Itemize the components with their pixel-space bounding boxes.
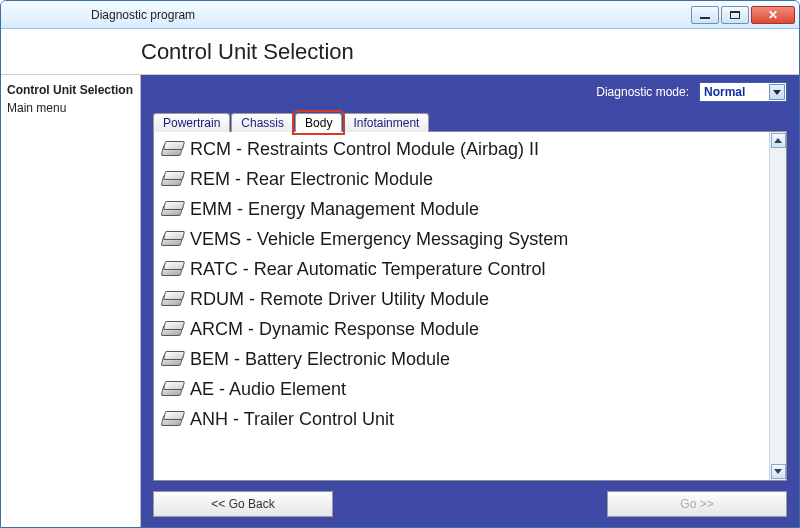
diagnostic-mode-value: Normal	[704, 85, 745, 99]
module-icon	[160, 261, 182, 277]
maximize-button[interactable]	[721, 6, 749, 24]
window-title: Diagnostic program	[1, 8, 195, 22]
diagnostic-mode-label: Diagnostic mode:	[596, 85, 689, 99]
module-icon	[160, 321, 182, 337]
module-icon	[160, 201, 182, 217]
list-item[interactable]: EMM - Energy Management Module	[156, 194, 767, 224]
main-panel: Diagnostic mode: Normal Powertrain Chass…	[141, 75, 799, 527]
module-icon	[160, 171, 182, 187]
sidebar-item-control-unit[interactable]: Control Unit Selection	[7, 81, 134, 99]
module-label: REM - Rear Electronic Module	[190, 169, 433, 190]
list-item[interactable]: RDUM - Remote Driver Utility Module	[156, 284, 767, 314]
close-button[interactable]: ✕	[751, 6, 795, 24]
page-header: Control Unit Selection	[1, 29, 799, 75]
module-icon	[160, 411, 182, 427]
module-listbox: RCM - Restraints Control Module (Airbag)…	[153, 131, 787, 481]
scrollbar[interactable]	[769, 132, 786, 480]
scroll-up-button[interactable]	[771, 133, 786, 148]
module-label: BEM - Battery Electronic Module	[190, 349, 450, 370]
list-item[interactable]: VEMS - Vehicle Emergency Messaging Syste…	[156, 224, 767, 254]
module-icon	[160, 291, 182, 307]
list-item[interactable]: REM - Rear Electronic Module	[156, 164, 767, 194]
go-back-button[interactable]: << Go Back	[153, 491, 333, 517]
module-label: ANH - Trailer Control Unit	[190, 409, 394, 430]
go-button[interactable]: Go >>	[607, 491, 787, 517]
module-label: ARCM - Dynamic Response Module	[190, 319, 479, 340]
app-window: Diagnostic program ✕ Control Unit Select…	[0, 0, 800, 528]
module-label: RDUM - Remote Driver Utility Module	[190, 289, 489, 310]
tab-infotainment[interactable]: Infotainment	[343, 113, 429, 132]
scroll-down-button[interactable]	[771, 464, 786, 479]
sidebar: Control Unit Selection Main menu	[1, 75, 141, 527]
diagnostic-mode-row: Diagnostic mode: Normal	[141, 75, 799, 109]
module-panel: Powertrain Chassis Body Infotainment RCM…	[153, 109, 787, 481]
tab-chassis[interactable]: Chassis	[231, 113, 294, 132]
module-label: RCM - Restraints Control Module (Airbag)…	[190, 139, 539, 160]
scroll-track[interactable]	[770, 148, 786, 464]
list-item[interactable]: RCM - Restraints Control Module (Airbag)…	[156, 134, 767, 164]
list-item[interactable]: ARCM - Dynamic Response Module	[156, 314, 767, 344]
list-item[interactable]: AE - Audio Element	[156, 374, 767, 404]
tab-strip: Powertrain Chassis Body Infotainment	[153, 109, 787, 131]
footer: << Go Back Go >>	[141, 487, 799, 527]
sidebar-item-main-menu[interactable]: Main menu	[7, 99, 134, 117]
module-label: RATC - Rear Automatic Temperature Contro…	[190, 259, 545, 280]
body: Control Unit Selection Main menu Diagnos…	[1, 75, 799, 527]
tab-body[interactable]: Body	[295, 113, 342, 132]
tab-powertrain[interactable]: Powertrain	[153, 113, 230, 132]
module-label: AE - Audio Element	[190, 379, 346, 400]
list-item[interactable]: ANH - Trailer Control Unit	[156, 404, 767, 434]
chevron-down-icon	[769, 84, 785, 100]
minimize-button[interactable]	[691, 6, 719, 24]
titlebar: Diagnostic program ✕	[1, 1, 799, 29]
list-item[interactable]: BEM - Battery Electronic Module	[156, 344, 767, 374]
list-item[interactable]: RATC - Rear Automatic Temperature Contro…	[156, 254, 767, 284]
module-label: VEMS - Vehicle Emergency Messaging Syste…	[190, 229, 568, 250]
diagnostic-mode-select[interactable]: Normal	[699, 82, 787, 102]
module-list: RCM - Restraints Control Module (Airbag)…	[154, 132, 769, 480]
module-icon	[160, 351, 182, 367]
module-icon	[160, 231, 182, 247]
module-icon	[160, 381, 182, 397]
page-title: Control Unit Selection	[141, 39, 354, 65]
window-controls: ✕	[691, 6, 795, 24]
module-label: EMM - Energy Management Module	[190, 199, 479, 220]
module-icon	[160, 141, 182, 157]
